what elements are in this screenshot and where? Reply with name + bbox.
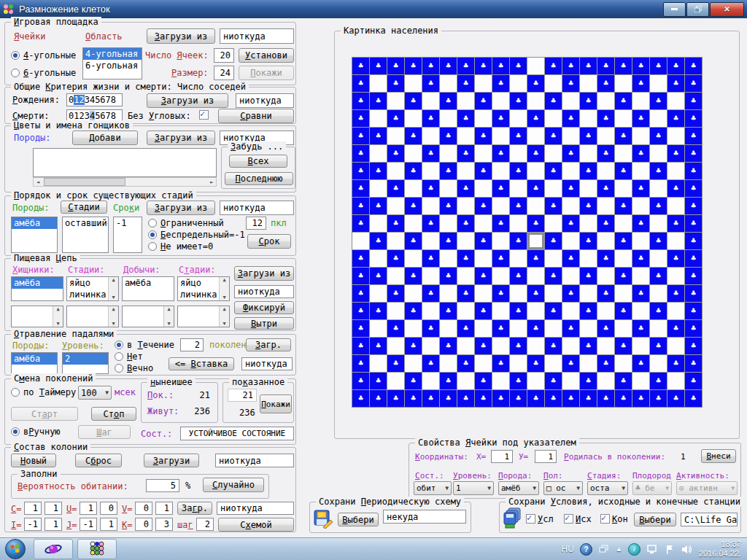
- grid-cell[interactable]: [457, 163, 474, 179]
- list-item[interactable]: амёба: [12, 353, 57, 365]
- scheme-button[interactable]: Схемой: [218, 518, 294, 532]
- grid-cell[interactable]: ♣: [597, 215, 614, 232]
- grid-cell[interactable]: ♣: [667, 180, 684, 197]
- grid-cell[interactable]: [457, 303, 474, 319]
- grid-cell[interactable]: ♣: [632, 180, 649, 197]
- grid-cell[interactable]: [492, 233, 509, 249]
- grid-cell[interactable]: [597, 338, 614, 354]
- grid-cell[interactable]: [527, 93, 544, 109]
- grid-cell[interactable]: ♣: [667, 215, 684, 232]
- grid-cell[interactable]: ♣: [580, 233, 597, 249]
- apply-button[interactable]: Внеси: [701, 449, 736, 463]
- insert-button[interactable]: <= Вставка: [169, 357, 234, 370]
- radio-6-gon[interactable]: 6-угольные: [11, 68, 76, 78]
- fix-button[interactable]: Фиксируй: [234, 301, 294, 314]
- grid-cell[interactable]: ♣: [685, 285, 702, 302]
- grid-cell[interactable]: [457, 373, 474, 389]
- grid-cell[interactable]: [562, 128, 579, 144]
- grid-cell[interactable]: ♣: [352, 75, 369, 92]
- grid-cell[interactable]: ♣: [667, 285, 684, 302]
- stages-stage-listbox[interactable]: оставшийся: [62, 217, 109, 253]
- grid-cell[interactable]: [387, 303, 404, 319]
- grid-cell[interactable]: [352, 233, 369, 249]
- list-item[interactable]: амёба: [123, 277, 174, 289]
- v2-input[interactable]: 1: [155, 502, 173, 515]
- grid-cell[interactable]: ♣: [650, 268, 667, 284]
- grid-cell[interactable]: [492, 198, 509, 214]
- radio-forever[interactable]: Вечно: [115, 363, 153, 373]
- grid-cell[interactable]: ♣: [387, 390, 404, 407]
- grid-cell[interactable]: ♣: [510, 198, 527, 214]
- grid-cell[interactable]: ♣: [440, 268, 457, 284]
- load-source-field[interactable]: ниоткуда: [236, 93, 294, 108]
- size-input[interactable]: 24: [214, 66, 234, 80]
- grid-cell[interactable]: [615, 180, 632, 197]
- grid-cell[interactable]: ♣: [527, 215, 544, 232]
- scroll-up-icon[interactable]: ▲: [112, 277, 115, 283]
- grid-cell[interactable]: [422, 373, 439, 389]
- u1-input[interactable]: 1: [80, 502, 97, 515]
- grid-cell[interactable]: ♣: [685, 338, 702, 354]
- grid-cell[interactable]: [440, 110, 457, 127]
- grid-cell[interactable]: [650, 250, 667, 267]
- grid-cell[interactable]: ♣: [562, 320, 579, 337]
- grid-cell[interactable]: [580, 180, 597, 197]
- app-icon[interactable]: [3, 4, 15, 15]
- y-input[interactable]: 1: [535, 450, 557, 463]
- grid-cell[interactable]: [527, 198, 544, 214]
- grid-cell[interactable]: ♣: [405, 58, 422, 74]
- start-button[interactable]: [1, 539, 29, 559]
- grid-cell[interactable]: ♣: [352, 355, 369, 372]
- grid-cell[interactable]: ♣: [405, 268, 422, 284]
- load-from-button[interactable]: Загрузи из: [147, 28, 215, 44]
- timer-dropdown[interactable]: 100▼: [78, 386, 112, 400]
- grid-cell[interactable]: [562, 163, 579, 179]
- grid-cell[interactable]: ♣: [632, 58, 649, 74]
- grid-cell[interactable]: [597, 163, 614, 179]
- scroll-up-icon[interactable]: ▲: [222, 277, 225, 283]
- grid-cell[interactable]: ♣: [632, 390, 649, 407]
- grid-cell[interactable]: ♣: [632, 285, 649, 302]
- grid-cell[interactable]: ♣: [475, 233, 492, 249]
- grid-cell[interactable]: ♣: [580, 163, 597, 179]
- grid-cell[interactable]: ♣: [492, 75, 509, 92]
- grid-cell[interactable]: ♣: [545, 268, 562, 284]
- grid-cell[interactable]: [562, 338, 579, 354]
- grid-cell[interactable]: [667, 163, 684, 179]
- scroll-up-icon[interactable]: ▲: [56, 306, 59, 312]
- grid-cell[interactable]: [475, 145, 492, 162]
- grid-cell[interactable]: [405, 145, 422, 162]
- restore-button[interactable]: [686, 2, 709, 17]
- grid-cell[interactable]: ♣: [370, 93, 387, 109]
- grid-cell[interactable]: ♣: [597, 110, 614, 127]
- grid-cell[interactable]: [615, 250, 632, 267]
- grid-cell[interactable]: ♣: [562, 145, 579, 162]
- grid-cell[interactable]: ♣: [685, 75, 702, 92]
- grid-cell[interactable]: ♣: [510, 303, 527, 319]
- breeds-listbox[interactable]: [33, 148, 217, 177]
- grid-cell[interactable]: ♣: [387, 145, 404, 162]
- grid-cell[interactable]: [440, 145, 457, 162]
- grid-cell[interactable]: ♣: [545, 373, 562, 389]
- grid-cell[interactable]: [580, 250, 597, 267]
- grid-cell[interactable]: [422, 268, 439, 284]
- grid-cell[interactable]: [370, 215, 387, 232]
- grid-cell[interactable]: ♣: [422, 75, 439, 92]
- grid-cell[interactable]: ♣: [685, 390, 702, 407]
- reset-button[interactable]: Сброс: [75, 454, 122, 467]
- grid-cell[interactable]: ♣: [685, 250, 702, 267]
- grid-cell[interactable]: [510, 355, 527, 372]
- grid-cell[interactable]: ♣: [510, 233, 527, 249]
- grid-cell[interactable]: ♣: [422, 250, 439, 267]
- grid-cell[interactable]: ♣: [545, 303, 562, 319]
- grid-cell[interactable]: [405, 250, 422, 267]
- grid-cell[interactable]: ♣: [457, 250, 474, 267]
- grid-cell[interactable]: ♣: [685, 320, 702, 337]
- grid-cell[interactable]: ♣: [352, 250, 369, 267]
- grid-cell[interactable]: ♣: [650, 198, 667, 214]
- grid-cell[interactable]: ♣: [685, 128, 702, 144]
- grid-cell[interactable]: ♣: [352, 198, 369, 214]
- x-input[interactable]: 1: [491, 450, 513, 463]
- grid-cell[interactable]: ♣: [440, 233, 457, 249]
- grid-cell[interactable]: [615, 145, 632, 162]
